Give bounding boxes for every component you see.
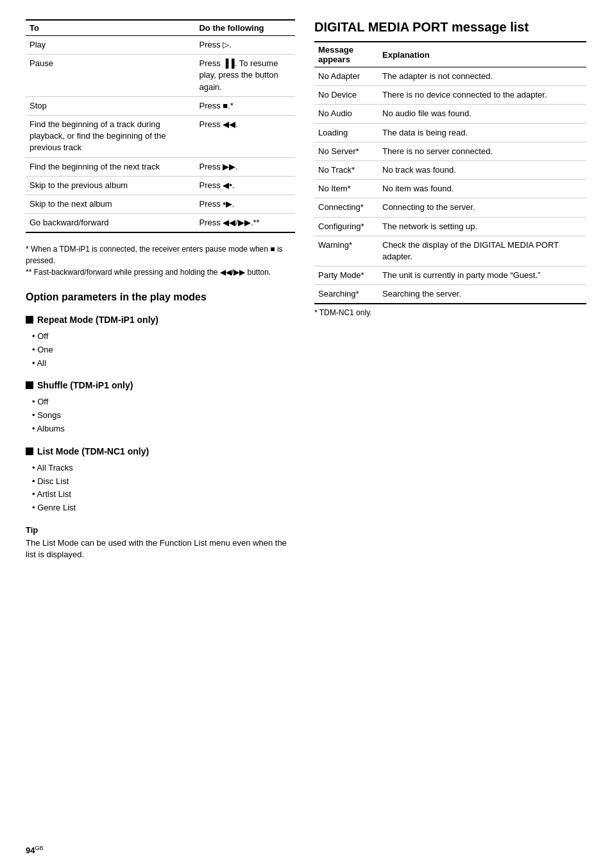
table-row: Connecting*Connecting to the server. [314, 198, 586, 217]
instruction-cell: Press ▐▐. To resume play, press the butt… [195, 55, 295, 97]
tip-section: Tip The List Mode can be used with the F… [26, 525, 295, 560]
message-cell: Party Mode* [314, 266, 378, 285]
message-cell: Connecting* [314, 198, 378, 217]
message-cell: No Server* [314, 142, 378, 161]
controls-table: To Do the following PlayPress ▷.PausePre… [26, 19, 295, 233]
table-row: Skip to the previous albumPress ◀•. [26, 176, 295, 195]
subsection: Shuffle (TDM-iP1 only)OffSongsAlbums [26, 380, 295, 435]
table-row: No DeviceThere is no device connected to… [314, 86, 586, 105]
subsection-title: Shuffle (TDM-iP1 only) [26, 380, 295, 390]
explanation-cell: The data is being read. [378, 123, 586, 142]
instruction-cell: Press ▶▶. [195, 157, 295, 176]
table-row: Configuring*The network is setting up. [314, 217, 586, 236]
list-item: Songs [32, 409, 295, 422]
explanation-cell: There is no server connected. [378, 142, 586, 161]
black-square-icon [26, 316, 33, 324]
instruction-cell: Press ■.* [195, 96, 295, 115]
exp-col-header: Explanation [378, 42, 586, 67]
action-cell: Skip to the previous album [26, 176, 195, 195]
list-item: Off [32, 395, 295, 409]
explanation-cell: There is no device connected to the adap… [378, 86, 586, 105]
bullet-list: All TracksDisc ListArtist ListGenre List [26, 462, 295, 515]
col1-header: To [26, 20, 195, 36]
action-cell: Skip to the next album [26, 195, 195, 213]
explanation-cell: Connecting to the server. [378, 198, 586, 217]
msg-col-header: Message appears [314, 42, 378, 67]
explanation-cell: No item was found. [378, 180, 586, 198]
black-square-icon [26, 381, 33, 389]
message-cell: No Item* [314, 180, 378, 198]
action-cell: Go backward/forward [26, 214, 195, 233]
subsection: List Mode (TDM-NC1 only)All TracksDisc L… [26, 446, 295, 515]
table-row: LoadingThe data is being read. [314, 123, 586, 142]
tip-text: The List Mode can be used with the Funct… [26, 537, 295, 560]
left-column: To Do the following PlayPress ▷.PausePre… [26, 19, 295, 560]
list-item: Genre List [32, 501, 295, 515]
action-cell: Find the beginning of the next track [26, 157, 195, 176]
list-item: All [32, 357, 295, 370]
message-cell: No Track* [314, 161, 378, 179]
bullet-list: OffOneAll [26, 330, 295, 370]
footnotes-section: * When a TDM-iP1 is connected, the recei… [26, 243, 295, 278]
action-cell: Find the beginning of a track during pla… [26, 115, 195, 157]
message-cell: Searching* [314, 285, 378, 304]
list-item: Disc List [32, 475, 295, 489]
instruction-cell: Press ◀◀. [195, 115, 295, 157]
list-item: All Tracks [32, 462, 295, 475]
explanation-cell: The unit is currently in party mode “Gue… [378, 266, 586, 285]
page-number: 94GB [26, 845, 43, 855]
table-row: Find the beginning of the next trackPres… [26, 157, 295, 176]
table-row: StopPress ■.* [26, 96, 295, 115]
list-item: One [32, 343, 295, 357]
table-row: Skip to the next albumPress •▶. [26, 195, 295, 213]
tip-title: Tip [26, 525, 295, 535]
list-item: Artist List [32, 488, 295, 501]
explanation-cell: No audio file was found. [378, 105, 586, 123]
table-row: No AdapterThe adapter is not connected. [314, 67, 586, 86]
table-row: Warning*Check the display of the DIGITAL… [314, 236, 586, 266]
table-row: PausePress ▐▐. To resume play, press the… [26, 55, 295, 97]
message-cell: No Adapter [314, 67, 378, 86]
subsection-title: List Mode (TDM-NC1 only) [26, 446, 295, 456]
instruction-cell: Press ▷. [195, 36, 295, 55]
option-section-title: Option parameters in the play modes [26, 291, 295, 304]
col2-header: Do the following [195, 20, 295, 36]
table-row: Party Mode*The unit is currently in part… [314, 266, 586, 285]
action-cell: Play [26, 36, 195, 55]
table-row: No AudioNo audio file was found. [314, 105, 586, 123]
table-row: Find the beginning of a track during pla… [26, 115, 295, 157]
subsection: Repeat Mode (TDM-iP1 only)OffOneAll [26, 315, 295, 370]
action-cell: Stop [26, 96, 195, 115]
footnote-item: * When a TDM-iP1 is connected, the recei… [26, 243, 295, 266]
footnote-item: ** Fast-backward/forward while pressing … [26, 266, 295, 278]
table-row: Go backward/forwardPress ◀◀/▶▶.** [26, 214, 295, 233]
explanation-cell: No track was found. [378, 161, 586, 179]
message-table: Message appears Explanation No AdapterTh… [314, 41, 586, 304]
explanation-cell: Check the display of the DIGITAL MEDIA P… [378, 236, 586, 266]
instruction-cell: Press •▶. [195, 195, 295, 213]
message-cell: No Audio [314, 105, 378, 123]
instruction-cell: Press ◀◀/▶▶.** [195, 214, 295, 233]
right-column: DIGITAL MEDIA PORT message list Message … [314, 19, 586, 560]
list-item: Off [32, 330, 295, 343]
message-cell: No Device [314, 86, 378, 105]
table-row: PlayPress ▷. [26, 36, 295, 55]
list-item: Albums [32, 422, 295, 436]
message-cell: Loading [314, 123, 378, 142]
table-row: Searching*Searching the server. [314, 285, 586, 304]
instruction-cell: Press ◀•. [195, 176, 295, 195]
black-square-icon [26, 447, 33, 455]
message-cell: Configuring* [314, 217, 378, 236]
right-section-title: DIGITAL MEDIA PORT message list [314, 19, 586, 35]
explanation-cell: The network is setting up. [378, 217, 586, 236]
table-row: No Server*There is no server connected. [314, 142, 586, 161]
explanation-cell: The adapter is not connected. [378, 67, 586, 86]
right-footnote: * TDM-NC1 only. [314, 308, 586, 317]
table-row: No Item*No item was found. [314, 180, 586, 198]
subsection-title: Repeat Mode (TDM-iP1 only) [26, 315, 295, 325]
table-row: No Track*No track was found. [314, 161, 586, 179]
bullet-list: OffSongsAlbums [26, 395, 295, 435]
explanation-cell: Searching the server. [378, 285, 586, 304]
message-cell: Warning* [314, 236, 378, 266]
action-cell: Pause [26, 55, 195, 97]
